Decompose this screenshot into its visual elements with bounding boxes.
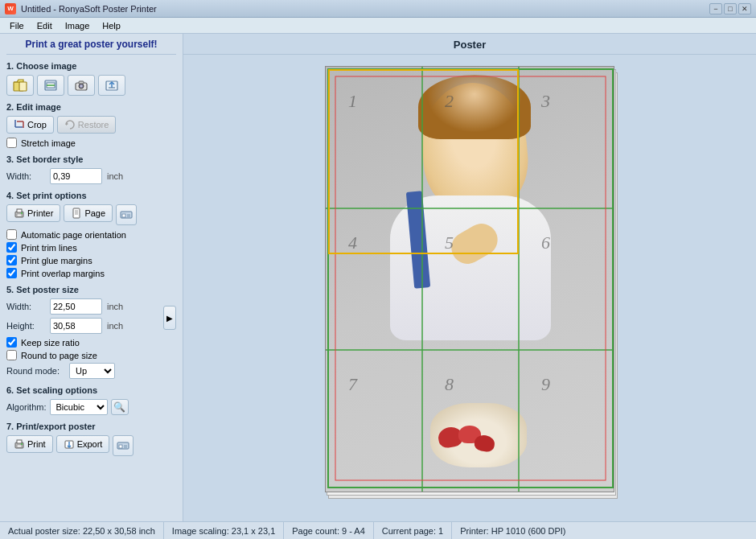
main-layout: Print a great poster yourself! 1. Choose… [0,34,756,521]
section7-header: 7. Print/export poster [6,422,176,431]
print-export-buttons: Print Export [6,435,176,456]
poster-canvas-container: 1 2 3 4 5 6 7 8 9 [325,66,614,492]
cell-3: 3 [541,91,550,112]
auto-orient-label: Automatic page orientation [21,230,126,240]
cell-2: 2 [445,91,454,112]
round-page-checkbox[interactable] [6,350,17,360]
export-extra-button[interactable] [113,435,134,456]
border-width-unit: inch [107,171,123,181]
cell-9: 9 [541,374,550,395]
print-trim-checkbox[interactable] [6,242,17,253]
left-panel: Print a great poster yourself! 1. Choose… [0,34,183,521]
border-width-row: Width: inch [6,168,176,184]
maximize-button[interactable]: □ [724,3,737,14]
svg-rect-32 [17,445,22,447]
section1-header: 1. Choose image [6,61,176,71]
svg-rect-19 [17,209,22,212]
poster-height-unit: inch [107,321,123,331]
share-button[interactable] [98,75,125,96]
print-option-buttons: Printer Page [6,204,176,225]
status-page-count: Page count: 9 - A4 [284,522,374,539]
round-page-row: Round to page size [6,350,176,360]
poster-size-section: Width: inch Height: inch ▶ [6,298,176,337]
window-controls: − □ ✕ [709,3,751,14]
size-up-button[interactable]: ▶ [163,306,176,330]
print-glue-checkbox[interactable] [6,255,17,265]
scan-button[interactable] [37,75,64,96]
camera-button[interactable] [68,75,95,96]
keep-ratio-row: Keep size ratio [6,337,176,348]
algorithm-row: Algorithm: Bicubic Bilinear Nearest 🔍 [6,399,176,415]
section2-header: 2. Edit image [6,102,176,112]
print-overlap-checkbox[interactable] [6,268,17,278]
algorithm-label: Algorithm: [6,402,47,412]
svg-rect-22 [73,208,80,218]
poster-header: Poster [183,34,756,55]
section3-header: 3. Set border style [6,154,176,164]
poster-width-row: Width: inch [6,298,158,315]
poster-height-input[interactable] [50,318,102,334]
cell-1: 1 [348,91,357,112]
section6-header: 6. Set scaling options [6,385,176,395]
status-image-scaling: Image scaling: 23,1 x 23,1 [164,522,284,539]
menu-edit[interactable]: Edit [31,19,59,32]
round-mode-label: Round mode: [6,366,64,376]
poster-width-unit: inch [107,302,123,311]
stretch-label: Stretch image [21,138,76,148]
poster-width-label: Width: [6,302,45,311]
title-bar: W Untitled - RonyaSoft Poster Printer − … [0,0,756,18]
border-width-label: Width: [6,171,45,181]
menu-bar: File Edit Image Help [0,18,756,34]
round-mode-row: Round mode: Up Down [6,363,176,379]
poster-area[interactable]: 1 2 3 4 5 6 7 8 9 [183,55,756,521]
keep-ratio-label: Keep size ratio [21,338,80,348]
poster-width-input[interactable] [50,298,102,315]
status-current-page: Current page: 1 [374,522,452,539]
cell-4: 4 [348,232,357,253]
svg-rect-31 [17,440,22,443]
border-width-input[interactable] [50,168,102,184]
svg-rect-27 [122,214,125,217]
status-bar: Actual poster size: 22,50 x 30,58 inch I… [0,521,756,539]
print-glue-row: Print glue margins [6,255,176,265]
open-file-button[interactable] [6,75,34,96]
keep-ratio-checkbox[interactable] [6,337,17,348]
status-actual-size: Actual poster size: 22,50 x 30,58 inch [0,522,164,539]
promo-text: Print a great poster yourself! [6,39,176,55]
stretch-checkbox[interactable] [6,138,17,148]
menu-image[interactable]: Image [59,19,97,32]
minimize-button[interactable]: − [709,3,722,14]
svg-point-8 [80,85,83,88]
algorithm-info-button[interactable]: 🔍 [111,399,129,415]
app-icon: W [5,3,16,14]
page-button[interactable]: Page [64,204,113,222]
window-title: Untitled - RonyaSoft Poster Printer [21,4,157,14]
printer-button[interactable]: Printer [6,204,60,222]
right-panel: Poster [183,34,756,521]
menu-file[interactable]: File [3,19,31,32]
cell-6: 6 [541,232,550,253]
print-glue-label: Print glue margins [21,256,92,265]
section5-header: 5. Set poster size [6,285,176,294]
crop-button[interactable]: Crop [6,116,54,134]
photo-hair [418,75,531,139]
auto-orient-checkbox[interactable] [6,229,17,240]
round-mode-select[interactable]: Up Down [69,363,115,379]
cell-7: 7 [348,374,357,395]
close-button[interactable]: ✕ [738,3,751,14]
cell-5: 5 [445,232,454,253]
print-trim-row: Print trim lines [6,242,176,253]
print-trim-label: Print trim lines [21,243,77,253]
print-button[interactable]: Print [6,435,53,453]
menu-help[interactable]: Help [96,19,127,32]
auto-orient-row: Automatic page orientation [6,229,176,240]
algorithm-select[interactable]: Bicubic Bilinear Nearest [50,399,108,415]
export-button[interactable]: Export [56,435,110,453]
restore-button[interactable]: Restore [57,116,117,134]
print-extra-button[interactable] [116,204,137,225]
choose-image-buttons [6,75,176,96]
svg-rect-9 [79,81,84,84]
status-printer: Printer: HP 1010 (600 DPI) [452,522,573,539]
svg-marker-17 [66,122,68,125]
poster-height-label: Height: [6,321,45,331]
